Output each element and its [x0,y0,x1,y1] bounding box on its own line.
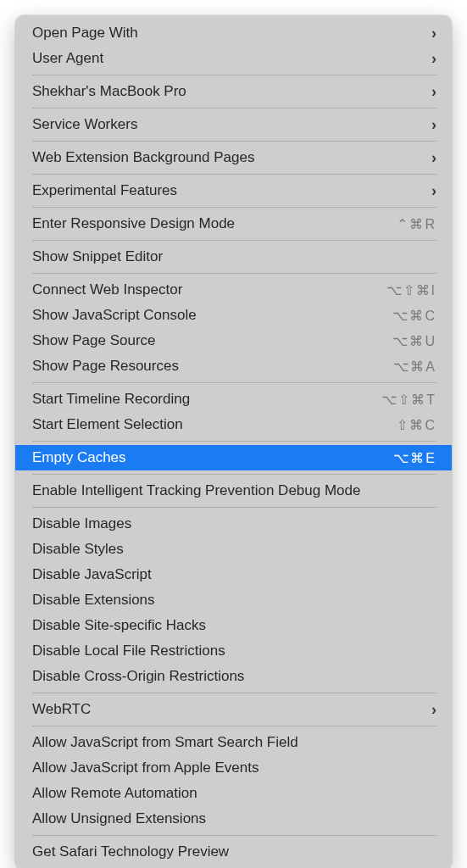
develop-menu: Open Page With›User Agent›Shekhar's MacB… [15,15,452,868]
menu-separator [32,726,436,726]
menu-item-label: Show Page Source [32,332,382,349]
menu-item-label: User Agent [32,50,421,67]
menu-item-label: Disable Site-specific Hacks [32,617,436,634]
menu-separator [32,507,436,508]
menu-separator [32,207,436,208]
menu-item-empty-caches[interactable]: Empty Caches⌥⌘E [15,445,452,470]
menu-separator [32,75,436,75]
menu-separator [32,474,436,475]
menu-item-label: Disable Local File Restrictions [32,643,436,659]
menu-item-web-extension-bg-pages[interactable]: Web Extension Background Pages› [15,145,452,170]
menu-item-start-timeline-recording[interactable]: Start Timeline Recording⌥⇧⌘T [15,387,452,412]
menu-item-label: Allow Remote Automation [32,785,436,802]
menu-item-label: Start Timeline Recording [32,391,371,408]
menu-item-connect-web-inspector[interactable]: Connect Web Inspector⌥⇧⌘I [15,277,452,303]
menu-item-start-element-selection[interactable]: Start Element Selection⇧⌘C [15,412,452,437]
menu-separator [32,141,436,142]
menu-item-label: Get Safari Technology Preview [32,843,436,860]
menu-item-label: Service Workers [32,116,421,133]
keyboard-shortcut: ⌥⌘E [393,450,436,466]
menu-item-enter-responsive-design-mode[interactable]: Enter Responsive Design Mode⌃⌘R [15,211,452,236]
keyboard-shortcut: ⌃⌘R [397,216,436,232]
keyboard-shortcut: ⌥⌘A [393,359,436,375]
menu-item-disable-javascript[interactable]: Disable JavaScript [15,562,452,587]
menu-separator [32,108,436,108]
menu-item-label: Disable Extensions [32,592,436,609]
menu-item-label: Shekhar's MacBook Pro [32,83,421,100]
menu-item-allow-js-smart-search[interactable]: Allow JavaScript from Smart Search Field [15,730,452,755]
keyboard-shortcut: ⌥⇧⌘I [386,282,436,298]
menu-item-device-name[interactable]: Shekhar's MacBook Pro› [15,79,452,104]
keyboard-shortcut: ⌥⌘C [392,308,436,324]
menu-item-experimental-features[interactable]: Experimental Features› [15,178,452,203]
menu-item-label: Disable Images [32,515,436,532]
menu-item-service-workers[interactable]: Service Workers› [15,112,452,137]
menu-item-get-safari-tech-preview[interactable]: Get Safari Technology Preview [15,839,452,865]
menu-item-disable-extensions[interactable]: Disable Extensions [15,587,452,613]
menu-item-show-js-console[interactable]: Show JavaScript Console⌥⌘C [15,303,452,328]
menu-item-disable-cors[interactable]: Disable Cross-Origin Restrictions [15,664,452,689]
menu-separator [32,174,436,175]
menu-item-label: WebRTC [32,701,421,718]
chevron-right-icon: › [431,183,436,198]
chevron-right-icon: › [431,84,436,99]
menu-item-label: Enter Responsive Design Mode [32,215,386,232]
menu-separator [32,240,436,241]
menu-item-label: Disable Cross-Origin Restrictions [32,668,436,685]
menu-item-label: Disable JavaScript [32,566,436,583]
menu-item-label: Allow JavaScript from Apple Events [32,760,436,776]
keyboard-shortcut: ⇧⌘C [397,417,436,433]
menu-item-allow-unsigned-extensions[interactable]: Allow Unsigned Extensions [15,806,452,832]
menu-item-label: Enable Intelligent Tracking Prevention D… [32,482,436,499]
menu-item-allow-remote-automation[interactable]: Allow Remote Automation [15,781,452,806]
menu-separator [32,441,436,442]
menu-item-show-page-resources[interactable]: Show Page Resources⌥⌘A [15,353,452,379]
chevron-right-icon: › [431,150,436,165]
menu-separator [32,693,436,693]
menu-item-disable-images[interactable]: Disable Images [15,511,452,537]
chevron-right-icon: › [431,117,436,132]
menu-item-label: Empty Caches [32,449,383,466]
menu-item-label: Connect Web Inspector [32,281,376,298]
menu-separator [32,382,436,383]
chevron-right-icon: › [431,25,436,41]
menu-separator [32,273,436,274]
menu-item-disable-site-specific-hacks[interactable]: Disable Site-specific Hacks [15,613,452,638]
menu-item-label: Start Element Selection [32,416,386,433]
keyboard-shortcut: ⌥⇧⌘T [381,392,436,408]
menu-item-label: Show Snippet Editor [32,248,436,265]
menu-item-label: Experimental Features [32,182,421,199]
menu-item-user-agent[interactable]: User Agent› [15,46,452,71]
menu-item-label: Show JavaScript Console [32,307,382,324]
menu-item-label: Open Page With [32,25,421,42]
menu-item-label: Allow JavaScript from Smart Search Field [32,734,436,751]
menu-item-show-page-source[interactable]: Show Page Source⌥⌘U [15,328,452,353]
menu-item-label: Allow Unsigned Extensions [32,810,436,827]
menu-item-enable-itp-debug[interactable]: Enable Intelligent Tracking Prevention D… [15,478,452,504]
menu-item-label: Disable Styles [32,541,436,558]
menu-item-webrtc[interactable]: WebRTC› [15,697,452,722]
menu-item-label: Web Extension Background Pages [32,149,421,166]
menu-item-show-snippet-editor[interactable]: Show Snippet Editor [15,244,452,270]
menu-item-label: Show Page Resources [32,358,383,375]
menu-item-disable-local-file-restrictions[interactable]: Disable Local File Restrictions [15,638,452,664]
chevron-right-icon: › [431,51,436,66]
menu-item-allow-js-apple-events[interactable]: Allow JavaScript from Apple Events [15,755,452,781]
keyboard-shortcut: ⌥⌘U [392,333,436,349]
chevron-right-icon: › [431,702,436,717]
menu-item-disable-styles[interactable]: Disable Styles [15,537,452,562]
menu-separator [32,835,436,836]
menu-item-open-page-with[interactable]: Open Page With› [15,20,452,46]
